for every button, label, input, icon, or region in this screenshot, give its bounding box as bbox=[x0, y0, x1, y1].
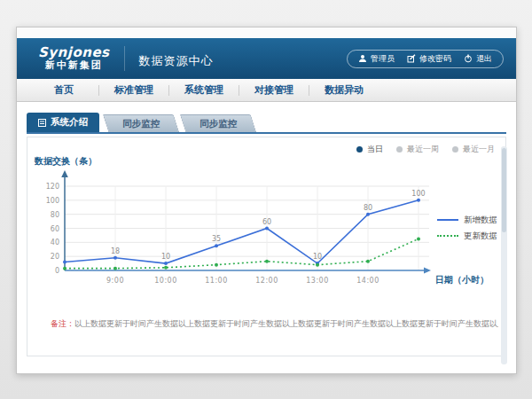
range-option-last-month[interactable]: 最近一月 bbox=[452, 144, 495, 155]
range-option-today[interactable]: 当日 bbox=[356, 144, 383, 155]
svg-text:13:00: 13:00 bbox=[306, 277, 329, 285]
svg-text:日期（小时）: 日期（小时） bbox=[435, 275, 489, 285]
radio-icon bbox=[356, 146, 363, 153]
svg-text:40: 40 bbox=[51, 239, 59, 246]
current-user-label: 管理员 bbox=[371, 53, 395, 65]
svg-text:100: 100 bbox=[46, 197, 59, 205]
svg-text:80: 80 bbox=[51, 211, 59, 219]
svg-text:11:00: 11:00 bbox=[205, 277, 228, 285]
svg-text:35: 35 bbox=[212, 235, 221, 243]
range-option-label: 最近一周 bbox=[407, 144, 439, 155]
app-header: Synjones 新中新集团 数据资源中心 管理员 修改密码 退出 bbox=[17, 38, 516, 79]
tab-label: 同步监控 bbox=[200, 115, 237, 132]
radio-icon bbox=[396, 146, 403, 153]
logout-button[interactable]: 退出 bbox=[464, 53, 492, 65]
svg-text:0: 0 bbox=[55, 267, 59, 275]
range-selector: 当日 最近一周 最近一月 bbox=[356, 144, 495, 155]
user-icon bbox=[358, 54, 367, 63]
nav-item-integration[interactable]: 对接管理 bbox=[239, 83, 309, 97]
svg-text:20: 20 bbox=[51, 253, 59, 261]
chart-legend: 新增数据 更新数据 bbox=[437, 212, 497, 244]
svg-text:100: 100 bbox=[411, 190, 425, 198]
range-option-label: 最近一月 bbox=[463, 144, 495, 155]
window-chrome bbox=[17, 27, 516, 38]
edit-icon bbox=[407, 54, 416, 63]
brand-logo-cn: 新中新集团 bbox=[38, 60, 110, 72]
tab-accent-line bbox=[27, 132, 506, 134]
document-icon bbox=[38, 119, 46, 127]
main-nav: 首页 标准管理 系统管理 对接管理 数据异动 bbox=[17, 79, 516, 102]
range-option-last-week[interactable]: 最近一周 bbox=[396, 144, 439, 155]
change-password-label: 修改密码 bbox=[419, 53, 451, 65]
chart-panel: 当日 最近一周 最近一月 数据交换（条） 0204060801001209:00… bbox=[27, 137, 506, 356]
legend-label: 更新数据 bbox=[464, 231, 497, 242]
tab-label: 同步监控 bbox=[122, 115, 160, 132]
legend-item-new-data[interactable]: 新增数据 bbox=[437, 212, 497, 228]
brand-logo[interactable]: Synjones 新中新集团 bbox=[38, 45, 110, 72]
svg-text:10: 10 bbox=[313, 253, 322, 261]
footnote: 备注：以上数据更新于时间产生数据以上数据更新于时间产生数据以上数据更新于时间产生… bbox=[51, 318, 498, 330]
app-title: 数据资源中心 bbox=[124, 46, 214, 71]
scrollbar-thumb[interactable] bbox=[502, 148, 506, 232]
svg-text:80: 80 bbox=[364, 204, 372, 212]
svg-text:14:00: 14:00 bbox=[356, 277, 379, 285]
tab-system-intro[interactable]: 系统介绍 bbox=[27, 113, 99, 132]
nav-item-standards[interactable]: 标准管理 bbox=[99, 83, 168, 97]
svg-text:9:00: 9:00 bbox=[106, 277, 124, 285]
vertical-scrollbar[interactable] bbox=[501, 146, 507, 364]
svg-text:120: 120 bbox=[46, 183, 59, 191]
legend-line-sample bbox=[437, 219, 458, 221]
svg-text:18: 18 bbox=[111, 247, 120, 255]
nav-item-data-changes[interactable]: 数据异动 bbox=[309, 83, 379, 97]
content-area: 系统介绍 同步监控 同步监控 当日 最近一 bbox=[17, 113, 516, 385]
radio-icon bbox=[452, 146, 458, 153]
footnote-prefix: 备注： bbox=[51, 319, 74, 328]
tab-bar: 系统介绍 同步监控 同步监控 bbox=[27, 113, 516, 132]
range-option-label: 当日 bbox=[367, 144, 383, 155]
current-user-button[interactable]: 管理员 bbox=[358, 53, 395, 65]
user-toolbar: 管理员 修改密码 退出 bbox=[347, 50, 504, 68]
footnote-text: 以上数据更新于时间产生数据以上数据更新于时间产生数据以上数据更新于时间产生数据以… bbox=[74, 319, 498, 328]
svg-text:60: 60 bbox=[262, 218, 271, 226]
legend-label: 新增数据 bbox=[464, 215, 497, 226]
svg-text:12:00: 12:00 bbox=[255, 277, 278, 285]
tab-sync-monitor-1[interactable]: 同步监控 bbox=[103, 114, 179, 132]
svg-text:10: 10 bbox=[161, 253, 170, 261]
svg-text:60: 60 bbox=[51, 225, 59, 233]
logout-label: 退出 bbox=[476, 53, 492, 65]
svg-text:10:00: 10:00 bbox=[154, 277, 177, 285]
line-chart: 0204060801001209:0010:0011:0012:0013:001… bbox=[36, 164, 497, 297]
power-icon bbox=[464, 54, 473, 63]
nav-item-home[interactable]: 首页 bbox=[29, 83, 98, 97]
nav-item-system[interactable]: 系统管理 bbox=[169, 83, 239, 97]
legend-item-update-data[interactable]: 更新数据 bbox=[437, 228, 497, 244]
change-password-button[interactable]: 修改密码 bbox=[407, 53, 451, 65]
legend-line-sample bbox=[437, 235, 458, 237]
tab-label: 系统介绍 bbox=[51, 116, 88, 129]
app-window: Synjones 新中新集团 数据资源中心 管理员 修改密码 退出 bbox=[16, 27, 517, 374]
brand-logo-en: Synjones bbox=[38, 45, 110, 60]
tab-sync-monitor-2[interactable]: 同步监控 bbox=[180, 114, 256, 132]
